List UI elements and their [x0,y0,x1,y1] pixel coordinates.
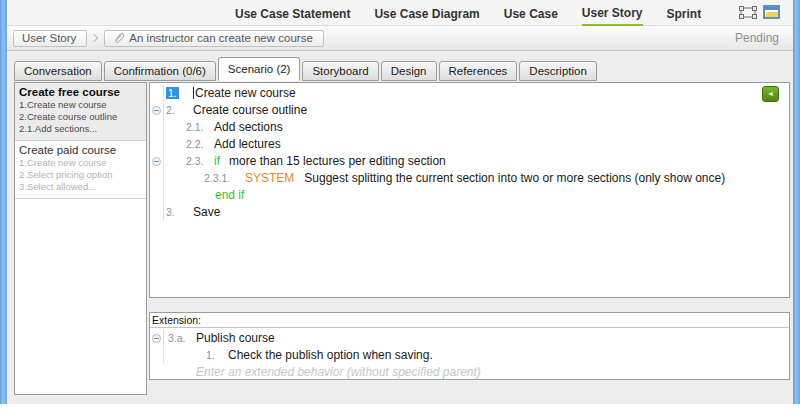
tab-storyboard[interactable]: Storyboard [302,61,378,81]
tab-confirmation[interactable]: Confirmation (0/6) [104,61,216,81]
step-row-2[interactable]: 2.Create course outline [150,102,789,119]
step-number: 2.3.1. [204,170,245,187]
extension-label: Extension: [150,313,789,328]
user-story-window: Use Case Statement Use Case Diagram Use … [0,0,800,417]
content-area: Conversation Confirmation (0/6) Scenario… [7,51,793,404]
scenario-list-item-create-paid-course[interactable]: Create paid course 1.Create new course 2… [15,141,146,199]
end-if-keyword: end if [215,188,244,202]
step-text: Add lectures [214,137,281,151]
breadcrumb-current-label: An instructor can create new course [129,32,312,44]
paperclip-icon [113,31,124,45]
step-text: Suggest splitting the current section in… [304,171,725,185]
tab-conversation[interactable]: Conversation [14,61,102,81]
top-nav-tabs: Use Case Statement Use Case Diagram Use … [235,0,701,26]
diagram-window-icon[interactable] [763,5,781,20]
scenario-title: Create free course [19,86,142,98]
extension-panel[interactable]: Extension: 3.a.Publish course 1.Check th… [149,312,790,380]
collapse-minus-icon[interactable] [152,106,161,115]
step-text: more than 15 lectures per editing sectio… [229,154,446,168]
system-keyword: SYSTEM [245,171,294,185]
step-text: Add sections [214,120,283,134]
scenario-list-item-create-free-course[interactable]: Create free course 1.Create new course 2… [15,83,146,141]
top-tab-use-case-diagram[interactable]: Use Case Diagram [374,1,479,25]
tab-scenario[interactable]: Scenario (2) [218,57,301,81]
step-number: 1. [206,347,228,364]
extension-placeholder-row[interactable]: Enter an extended behavior (without spec… [150,364,789,381]
breadcrumb-current[interactable]: An instructor can create new course [104,30,323,47]
step-row-3[interactable]: 3.Save [150,204,789,221]
step-row-1[interactable]: 1.Create new course [150,85,789,102]
step-number: 2.3. [186,153,214,170]
step-number: 3. [166,204,193,221]
panel-collapse-button[interactable]: ◂ [762,86,779,102]
tab-references[interactable]: References [439,61,518,81]
top-tab-sprint[interactable]: Sprint [667,1,702,25]
step-row-2-2[interactable]: 2.2.Add lectures [150,136,789,153]
scenario-step-editor[interactable]: 1.Create new course 2.Create course outl… [149,82,790,298]
extension-row-1[interactable]: 1.Check the publish option when saving. [150,347,789,364]
step-text: Check the publish option when saving. [228,348,433,362]
extension-steps: 3.a.Publish course 1.Check the publish o… [150,328,789,381]
breadcrumb-bar: User Story An instructor can create new … [7,26,793,51]
text-cursor [193,87,194,99]
scenario-steps: 1.Create new course 2.Create course outl… [150,83,789,221]
scenario-title: Create paid course [19,144,142,156]
tab-design[interactable]: Design [381,61,437,81]
breadcrumb-root[interactable]: User Story [13,30,87,47]
status-badge: Pending [735,31,779,45]
step-text: Create new course [195,86,296,100]
step-number: 2. [166,102,193,119]
topbar-icons [739,5,781,20]
step-number: 2.2. [186,136,214,153]
top-tab-use-case-statement[interactable]: Use Case Statement [235,1,350,25]
doc-tab-bar: Conversation Confirmation (0/6) Scenario… [14,57,599,81]
scenario-preview: 1.Create new course 2.Create course outl… [19,99,142,135]
step-row-2-3-1[interactable]: 2.3.1.SYSTEMSuggest splitting the curren… [150,170,789,187]
step-number: 3.a. [168,330,196,347]
extension-placeholder: Enter an extended behavior (without spec… [196,365,481,379]
chevron-right-icon [90,34,98,42]
step-row-end-if[interactable]: end if [150,187,789,204]
step-text: Save [193,205,220,219]
top-nav-bar: Use Case Statement Use Case Diagram Use … [7,0,793,26]
step-number: 2.1. [186,119,214,136]
if-keyword: if [214,154,220,168]
scenario-list-panel: Create free course 1.Create new course 2… [14,82,147,395]
extension-row-3a[interactable]: 3.a.Publish course [150,330,789,347]
top-tab-user-story[interactable]: User Story [582,0,643,27]
scenario-preview: 1.Create new course 2.Select pricing opt… [19,157,142,193]
step-row-2-1[interactable]: 2.1.Add sections [150,119,789,136]
step-number: 1. [166,85,193,102]
tab-description[interactable]: Description [519,61,597,81]
collapse-minus-icon[interactable] [152,157,161,166]
top-tab-use-case[interactable]: Use Case [504,1,558,25]
collapse-minus-icon[interactable] [152,334,161,343]
window-frame-left [0,0,7,404]
breadcrumb-root-label: User Story [22,32,76,44]
step-text: Publish course [196,331,275,345]
marquee-selection-icon[interactable] [739,5,757,20]
window-frame-right [793,0,800,404]
step-row-2-3[interactable]: 2.3.ifmore than 15 lectures per editing … [150,153,789,170]
step-text: Create course outline [193,103,307,117]
